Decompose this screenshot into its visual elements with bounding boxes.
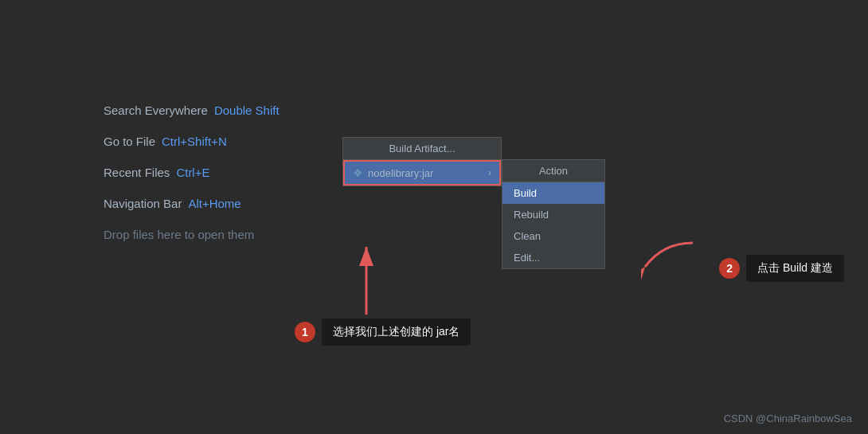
- shortcut-row-recent: Recent Files Ctrl+E: [104, 166, 280, 179]
- annotation-1-text: 选择我们上述创建的 jar名: [322, 319, 471, 346]
- shortcut-row-search: Search Everywhere Double Shift: [104, 104, 280, 117]
- recent-files-key: Ctrl+E: [176, 166, 209, 179]
- shortcut-row-goto: Go to File Ctrl+Shift+N: [104, 135, 280, 148]
- arrow-2: [641, 235, 697, 302]
- build-artifact-item[interactable]: ❖ nodelibrary:jar ›: [343, 160, 501, 186]
- action-item-build[interactable]: Build: [502, 182, 604, 204]
- goto-file-label: Go to File: [104, 135, 155, 148]
- navbar-label: Navigation Bar: [104, 197, 182, 210]
- search-everywhere-label: Search Everywhere: [104, 104, 208, 117]
- recent-files-label: Recent Files: [104, 166, 170, 179]
- artifact-icon: ❖: [353, 166, 363, 179]
- annotation-2-number: 2: [719, 258, 740, 279]
- action-item-clean[interactable]: Clean: [502, 225, 604, 247]
- action-item-edit[interactable]: Edit...: [502, 247, 604, 268]
- watermark: CSDN @ChinaRainbowSea: [724, 412, 852, 424]
- search-everywhere-key: Double Shift: [214, 104, 280, 117]
- annotation-1: 1 选择我们上述创建的 jar名: [295, 319, 471, 346]
- annotation-2: 2 点击 Build 建造: [719, 255, 844, 282]
- drop-files-hint: Drop files here to open them: [104, 228, 280, 241]
- artifact-item-left: ❖ nodelibrary:jar: [353, 166, 433, 179]
- action-item-rebuild[interactable]: Rebuild: [502, 204, 604, 225]
- build-artifact-popup: Build Artifact... ❖ nodelibrary:jar ›: [342, 137, 502, 186]
- chevron-right-icon: ›: [488, 167, 491, 178]
- annotation-1-number: 1: [295, 322, 315, 342]
- shortcut-row-navbar: Navigation Bar Alt+Home: [104, 197, 280, 210]
- arrow-1: [342, 239, 390, 322]
- navbar-key: Alt+Home: [188, 197, 240, 210]
- action-submenu: Action Build Rebuild Clean Edit...: [502, 159, 605, 269]
- annotation-2-text: 点击 Build 建造: [746, 255, 844, 282]
- artifact-item-label: nodelibrary:jar: [368, 167, 433, 179]
- shortcut-list: Search Everywhere Double Shift Go to Fil…: [104, 104, 280, 241]
- build-artifact-title: Build Artifact...: [343, 138, 501, 160]
- action-title: Action: [502, 160, 604, 182]
- goto-file-key: Ctrl+Shift+N: [162, 135, 227, 148]
